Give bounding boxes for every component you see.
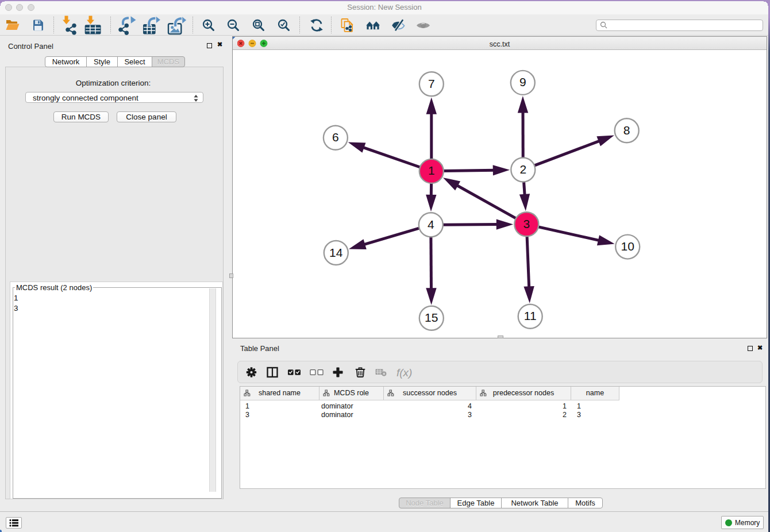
svg-text:11: 11 bbox=[524, 309, 537, 322]
svg-text:8: 8 bbox=[623, 124, 630, 137]
svg-text:9: 9 bbox=[519, 75, 526, 88]
svg-text:3: 3 bbox=[523, 217, 530, 230]
svg-text:2: 2 bbox=[519, 163, 526, 176]
svg-text:10: 10 bbox=[621, 240, 634, 253]
svg-text:4: 4 bbox=[428, 218, 434, 231]
svg-text:6: 6 bbox=[332, 130, 339, 144]
svg-text:14: 14 bbox=[329, 246, 343, 259]
svg-text:f(x): f(x) bbox=[396, 367, 412, 379]
svg-text:7: 7 bbox=[428, 77, 435, 90]
svg-text:1: 1 bbox=[428, 164, 435, 177]
svg-text:15: 15 bbox=[425, 311, 438, 324]
